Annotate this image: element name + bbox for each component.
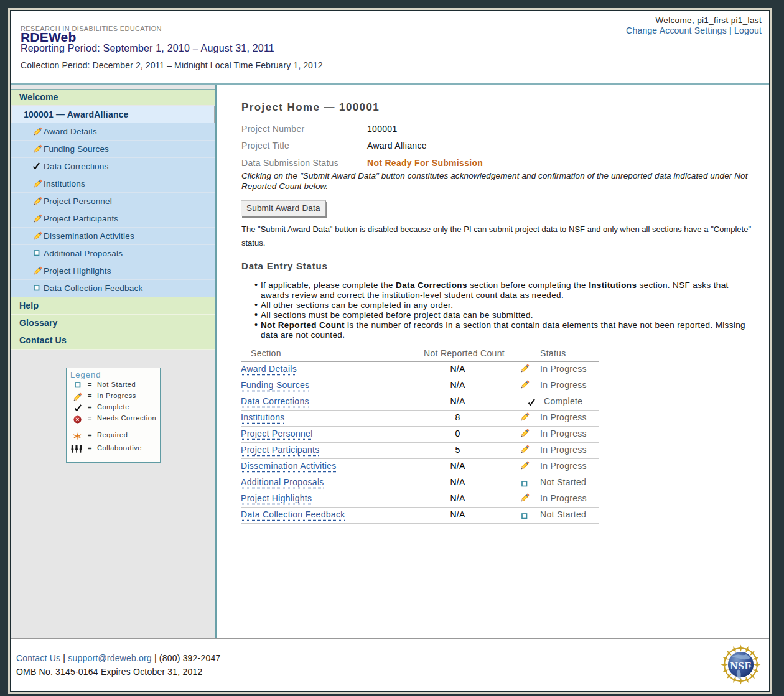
- svg-text:NSF: NSF: [730, 659, 752, 672]
